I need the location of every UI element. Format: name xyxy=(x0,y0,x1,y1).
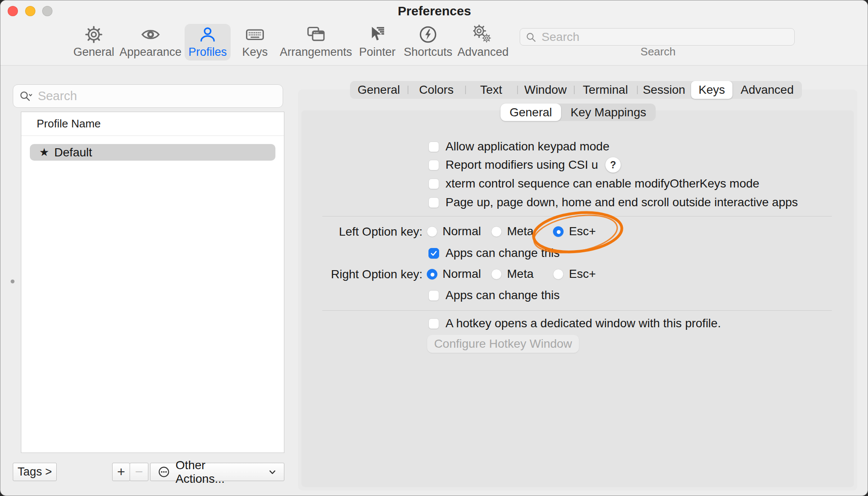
keys-subtab-bar: General Key Mappings xyxy=(501,104,656,121)
toolbar-search-caption: Search xyxy=(589,45,727,58)
radio-left-meta[interactable] xyxy=(491,226,502,237)
toolbar: Preferences General Appearance Profiles xyxy=(0,0,868,66)
radio-label: Normal xyxy=(443,225,481,238)
tab-colors[interactable]: Colors xyxy=(408,81,465,99)
keyboard-icon xyxy=(245,25,265,44)
toolbar-item-label: Shortcuts xyxy=(404,46,452,59)
radio-right-esc[interactable] xyxy=(553,269,564,280)
star-icon: ★ xyxy=(39,146,49,159)
checkbox-unchecked[interactable] xyxy=(428,290,439,301)
checkbox-unchecked[interactable] xyxy=(428,318,439,329)
toolbar-item-label: Advanced xyxy=(457,46,509,59)
other-actions-dropdown[interactable]: Other Actions... xyxy=(150,463,284,481)
toolbar-item-advanced[interactable]: Advanced xyxy=(457,25,509,59)
add-profile-button[interactable]: + xyxy=(112,463,130,481)
checkbox-checked[interactable] xyxy=(428,248,439,259)
toolbar-item-label: General xyxy=(73,46,114,59)
tab-window[interactable]: Window xyxy=(517,81,574,99)
tab-terminal[interactable]: Terminal xyxy=(574,81,637,99)
checkbox-unchecked[interactable] xyxy=(428,197,439,208)
radio-left-normal[interactable] xyxy=(427,226,437,237)
tab-text[interactable]: Text xyxy=(465,81,517,99)
windows-icon xyxy=(306,25,326,44)
radio-left-esc[interactable] xyxy=(553,226,564,237)
window-title: Preferences xyxy=(0,4,868,18)
tab-session[interactable]: Session xyxy=(637,81,691,99)
checkbox-label: Allow application keypad mode xyxy=(446,140,609,153)
profile-search-field[interactable] xyxy=(13,84,283,108)
configure-hotkey-window-button[interactable]: Configure Hotkey Window xyxy=(427,335,579,353)
tab-advanced[interactable]: Advanced xyxy=(732,81,802,99)
checkbox-row-csi-u[interactable]: Report modifiers using CSI u ? xyxy=(428,159,621,170)
radio-right-meta[interactable] xyxy=(491,269,502,280)
preferences-window: Preferences General Appearance Profiles xyxy=(0,0,868,496)
chevron-down-icon xyxy=(267,467,278,478)
circle-ellipsis-icon xyxy=(157,465,171,479)
other-actions-label: Other Actions... xyxy=(176,459,257,486)
checkbox-row-hotkey[interactable]: A hotkey opens a dedicated window with t… xyxy=(428,318,721,329)
tab-general[interactable]: General xyxy=(350,81,408,99)
left-option-radio-group: Normal Meta Esc+ xyxy=(427,226,596,237)
search-menu-icon xyxy=(19,89,33,104)
checkbox-row-right-apps-change[interactable]: Apps can change this xyxy=(428,290,560,301)
lightning-icon xyxy=(418,25,438,44)
help-button[interactable]: ? xyxy=(605,157,621,173)
checkbox-label: Page up, page down, home and end scroll … xyxy=(446,196,798,209)
eye-icon xyxy=(141,25,160,44)
checkbox-label: xterm control sequence can enable modify… xyxy=(446,177,759,190)
radio-label: Meta xyxy=(507,225,533,238)
separator xyxy=(322,216,832,216)
cursor-icon xyxy=(367,25,387,44)
remove-profile-button[interactable]: − xyxy=(130,463,148,481)
profile-search-input[interactable] xyxy=(37,89,277,104)
toolbar-item-profiles[interactable]: Profiles xyxy=(188,25,227,59)
toolbar-search-input[interactable] xyxy=(541,30,789,44)
radio-label: Esc+ xyxy=(569,267,596,281)
search-icon xyxy=(525,31,536,43)
toolbar-item-label: Profiles xyxy=(188,46,227,59)
radio-label: Meta xyxy=(507,267,533,281)
right-option-key-label: Right Option key: xyxy=(299,268,422,281)
toolbar-item-label: Pointer xyxy=(359,46,396,59)
checkbox-unchecked[interactable] xyxy=(428,160,439,170)
subtab-general[interactable]: General xyxy=(501,104,561,121)
gears-icon xyxy=(473,25,493,44)
profile-row-default[interactable]: ★ Default xyxy=(30,144,275,161)
checkbox-row-left-apps-change[interactable]: Apps can change this xyxy=(428,248,560,259)
checkbox-label: A hotkey opens a dedicated window with t… xyxy=(446,317,721,330)
checkbox-label: Report modifiers using CSI u xyxy=(446,158,598,172)
separator xyxy=(322,310,832,311)
toolbar-item-arrangements[interactable]: Arrangements xyxy=(280,25,352,59)
profile-list: Profile Name ★ Default xyxy=(21,112,284,453)
profile-tab-bar: General Colors Text Window Terminal Sess… xyxy=(350,81,802,99)
toolbar-item-appearance[interactable]: Appearance xyxy=(119,25,182,59)
checkbox-row-keypad[interactable]: Allow application keypad mode xyxy=(428,141,609,152)
checkmark-icon xyxy=(430,249,438,257)
checkbox-unchecked[interactable] xyxy=(428,179,439,189)
profile-name: Default xyxy=(54,146,92,159)
right-option-radio-group: Normal Meta Esc+ xyxy=(427,268,596,280)
toolbar-item-label: Keys xyxy=(242,46,268,59)
checkbox-label: Apps can change this xyxy=(446,246,560,260)
person-icon xyxy=(198,25,217,44)
checkbox-label: Apps can change this xyxy=(446,288,560,302)
gear-icon xyxy=(84,25,104,44)
tab-keys[interactable]: Keys xyxy=(691,81,732,99)
toolbar-item-general[interactable]: General xyxy=(73,25,114,59)
toolbar-item-shortcuts[interactable]: Shortcuts xyxy=(404,25,452,59)
window-edge-dot xyxy=(11,280,14,283)
radio-label: Normal xyxy=(443,267,481,281)
tags-button[interactable]: Tags > xyxy=(13,463,57,481)
toolbar-search-field[interactable] xyxy=(520,28,795,46)
radio-right-normal[interactable] xyxy=(427,269,437,280)
checkbox-row-page-scroll[interactable]: Page up, page down, home and end scroll … xyxy=(428,197,798,208)
subtab-key-mappings[interactable]: Key Mappings xyxy=(561,104,656,121)
radio-label: Esc+ xyxy=(569,225,596,238)
toolbar-item-pointer[interactable]: Pointer xyxy=(359,25,396,59)
checkbox-row-modify-other-keys[interactable]: xterm control sequence can enable modify… xyxy=(428,178,759,189)
toolbar-item-keys[interactable]: Keys xyxy=(242,25,268,59)
toolbar-item-label: Appearance xyxy=(119,46,182,59)
checkbox-unchecked[interactable] xyxy=(428,141,439,152)
left-option-key-label: Left Option key: xyxy=(299,225,422,239)
profile-list-header: Profile Name xyxy=(21,112,284,136)
